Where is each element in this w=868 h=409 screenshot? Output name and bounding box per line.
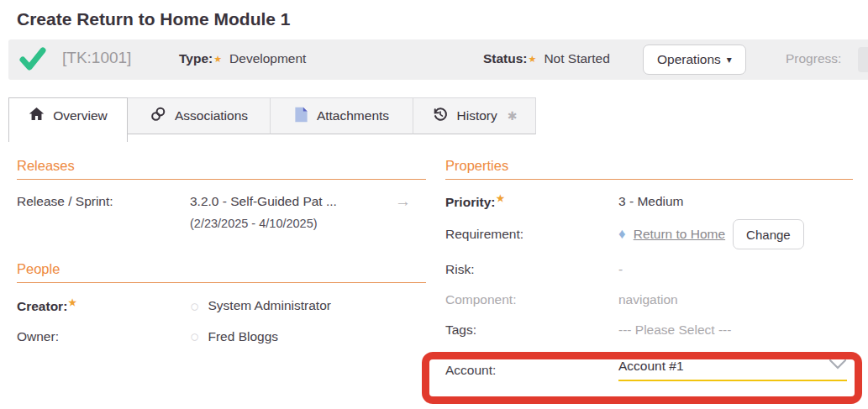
component-row: Component: navigation [445, 292, 853, 307]
component-value: navigation [618, 292, 678, 307]
creator-value: System Administrator [208, 298, 330, 313]
component-label: Component: [445, 292, 618, 307]
account-row: Account: Account #1 [445, 359, 853, 381]
change-requirement-button[interactable]: Change [733, 219, 804, 249]
tab-associations[interactable]: Associations [128, 97, 271, 134]
creator-row: Creator:★ ○ System Administrator [17, 297, 426, 314]
caret-down-icon: ▾ [727, 54, 732, 66]
tab-label: History [457, 108, 497, 123]
account-selected-value: Account #1 [618, 359, 684, 374]
tab-label: Associations [175, 108, 248, 123]
release-sprint-value[interactable]: 3.2.0 - Self-Guided Pat ... [190, 194, 337, 209]
home-icon [29, 106, 45, 125]
priority-value: 3 - Medium [618, 194, 684, 209]
requirement-label: Requirement: [445, 227, 618, 242]
history-pending-icon: ✱ [508, 109, 518, 123]
release-date-range: (2/23/2025 - 4/10/2025) [190, 217, 426, 230]
required-star-icon: ★ [213, 54, 222, 65]
tab-label: Attachments [317, 108, 389, 123]
tab-history[interactable]: History ✱ [413, 97, 536, 134]
release-sprint-row: Release / Sprint: 3.2.0 - Self-Guided Pa… [17, 192, 426, 211]
page-title: Create Return to Home Module 1 [17, 9, 868, 29]
file-icon [294, 107, 308, 126]
tags-label: Tags: [445, 322, 618, 338]
arrow-right-icon[interactable]: → [395, 192, 411, 211]
task-toolbar: [TK:1001] Type:★ Development Status:★ No… [8, 39, 868, 80]
history-icon [432, 106, 449, 126]
overview-panel: Releases Release / Sprint: 3.2.0 - Self-… [0, 142, 868, 381]
requirement-diamond-icon: ♦ [618, 226, 626, 243]
chevron-down-icon [829, 359, 847, 374]
risk-value: - [618, 262, 623, 277]
avatar-icon: ○ [190, 328, 199, 344]
account-select[interactable]: Account #1 [618, 359, 847, 381]
tab-overview[interactable]: Overview [8, 97, 128, 142]
people-section-title: People [17, 261, 426, 283]
status-value: Not Started [544, 51, 609, 66]
risk-label: Risk: [445, 262, 618, 277]
link-icon [150, 106, 166, 126]
task-check-icon [18, 45, 47, 74]
tags-select[interactable]: --- Please Select --- [618, 322, 731, 338]
type-value: Development [229, 51, 306, 66]
owner-row: Owner: ○ Fred Bloggs [17, 328, 426, 344]
risk-row: Risk: - [445, 262, 853, 277]
requirement-row: Requirement: ♦ Return to Home Change [445, 219, 853, 249]
owner-label: Owner: [17, 329, 190, 344]
priority-label: Priority: [445, 195, 495, 209]
progress-bar [858, 47, 868, 72]
release-sprint-label: Release / Sprint: [17, 194, 190, 209]
required-star-icon: ★ [68, 297, 76, 307]
tags-row: Tags: --- Please Select --- [445, 322, 853, 338]
tab-attachments[interactable]: Attachments [271, 97, 413, 134]
priority-row: Priority:★ 3 - Medium [445, 193, 853, 210]
operations-button-label: Operations [657, 52, 721, 67]
requirement-link[interactable]: Return to Home [634, 227, 725, 242]
creator-label: Creator: [17, 299, 67, 313]
task-id: [TK:1001] [62, 49, 131, 67]
type-label: Type: [179, 51, 213, 66]
required-star-icon: ★ [529, 54, 537, 65]
operations-button[interactable]: Operations ▾ [643, 45, 746, 75]
status-label: Status: [483, 51, 528, 66]
progress-label: Progress: [786, 51, 841, 66]
account-label: Account: [445, 363, 618, 378]
tab-bar: Overview Associations Attachments Histor… [8, 97, 868, 142]
tab-label: Overview [53, 108, 108, 123]
owner-value: Fred Bloggs [208, 329, 278, 344]
releases-section-title: Releases [17, 158, 426, 180]
required-star-icon: ★ [496, 193, 504, 203]
avatar-icon: ○ [190, 298, 199, 314]
properties-section-title: Properties [445, 158, 853, 180]
